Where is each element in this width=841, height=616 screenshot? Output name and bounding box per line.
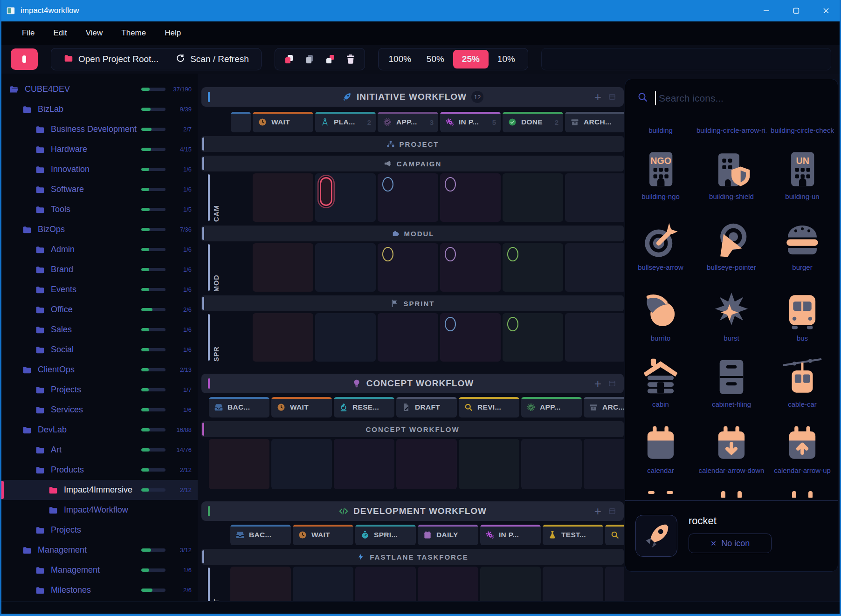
close-button[interactable] [811, 0, 841, 21]
column-inp[interactable]: IN P...5 [440, 112, 501, 132]
card-circle[interactable] [445, 247, 456, 261]
icon-cell-burst[interactable]: burst [696, 290, 767, 342]
sidebar-item-management[interactable]: Management1/6 [1, 560, 198, 580]
column-arc[interactable]: ARC... [584, 397, 624, 418]
menu-item-help[interactable]: Help [165, 28, 181, 38]
sidebar-item-projects[interactable]: Projects1/7 [1, 380, 198, 400]
column-spri[interactable]: SPRI... [355, 525, 416, 545]
column-revi[interactable]: REVI... [605, 525, 624, 545]
open-project-button[interactable]: Open Project Root... [55, 50, 167, 68]
column-spacer[interactable] [231, 112, 251, 132]
card-circle[interactable] [445, 317, 456, 331]
minimize-button[interactable] [751, 0, 781, 21]
sidebar-item-social[interactable]: Social1/6 [1, 340, 198, 360]
sidebar-item-innovation[interactable]: Innovation1/6 [1, 159, 198, 179]
column-bac[interactable]: BAC... [230, 525, 291, 545]
sidebar-item-products[interactable]: Products2/12 [1, 460, 198, 480]
sidebar-item-tools[interactable]: Tools1/5 [1, 199, 198, 219]
icon-cell-partial[interactable]: building [625, 124, 696, 134]
sidebar-item-services[interactable]: Services1/6 [1, 400, 198, 420]
sidebar-item-bizlab[interactable]: BizLab9/39 [1, 99, 198, 119]
icon-cell-burger[interactable]: burger [767, 219, 838, 271]
column-wait[interactable]: WAIT [253, 112, 313, 132]
menu-item-file[interactable]: File [22, 28, 34, 38]
column-revi[interactable]: REVI... [459, 397, 519, 418]
sidebar-item-brand[interactable]: Brand1/6 [1, 260, 198, 280]
zoom-button-10[interactable]: 10% [489, 50, 524, 68]
sidebar-item-projects[interactable]: Projects [1, 520, 198, 540]
view-cards-button[interactable] [608, 507, 616, 515]
duplicate-button[interactable] [320, 50, 340, 68]
menu-item-edit[interactable]: Edit [53, 28, 67, 38]
sidebar-item-office[interactable]: Office2/6 [1, 300, 198, 320]
column-app[interactable]: APP...3 [378, 112, 438, 132]
maximize-button[interactable] [781, 0, 811, 21]
view-cards-button[interactable] [608, 93, 616, 101]
search-input[interactable] [658, 92, 800, 104]
icon-cell-cabinet-filing[interactable]: cabinet-filing [696, 356, 767, 408]
paste-button[interactable] [299, 50, 320, 68]
sidebar-item-sales[interactable]: Sales1/6 [1, 320, 198, 340]
menu-item-view[interactable]: View [86, 28, 103, 38]
add-item-button[interactable]: + [594, 377, 601, 390]
column-daily[interactable]: DAILY [418, 525, 478, 545]
zoom-button-50[interactable]: 50% [418, 50, 453, 68]
card-circle[interactable] [382, 177, 393, 192]
sidebar-item-business-development[interactable]: Business Development2/7 [1, 119, 198, 139]
sidebar-item-clientops[interactable]: ClientOps2/13 [1, 360, 198, 380]
card-circle[interactable] [507, 317, 518, 331]
icon-cell-building-ngo[interactable]: NGObuilding-ngo [625, 148, 696, 200]
icon-cell-bus[interactable]: bus [767, 290, 838, 342]
view-cards-button[interactable] [608, 379, 616, 388]
column-wait[interactable]: WAIT [293, 525, 353, 545]
sidebar-item-hardware[interactable]: Hardware4/15 [1, 139, 198, 159]
sidebar-item-events[interactable]: Events1/6 [1, 280, 198, 300]
add-item-button[interactable]: + [594, 91, 601, 103]
icon-cell-partial[interactable]: building-circle-arrow-ri... [696, 124, 767, 134]
add-item-button[interactable]: + [594, 505, 601, 517]
sidebar-item-impact4workflow[interactable]: Impact4Workflow [1, 500, 198, 520]
icon-cell-bullseye-arrow[interactable]: bullseye-arrow [625, 219, 696, 271]
column-rese[interactable]: RESE... [334, 397, 394, 418]
icon-cell-burrito[interactable]: burrito [625, 290, 696, 342]
icon-cell-partial[interactable]: building-circle-check [767, 124, 838, 134]
sidebar-item-impact4immersive[interactable]: Impact4Immersive2/12 [1, 480, 198, 500]
column-done[interactable]: DONE2 [503, 112, 563, 132]
menu-item-theme[interactable]: Theme [121, 28, 146, 38]
column-draft[interactable]: DRAFT [396, 397, 457, 418]
delete-button[interactable] [340, 50, 361, 68]
copy-button[interactable] [279, 50, 299, 68]
sidebar-item-bizops[interactable]: BizOps7/36 [1, 219, 198, 240]
column-app[interactable]: APP... [521, 397, 582, 418]
scan-refresh-button[interactable]: Scan / Refresh [167, 50, 257, 68]
column-inp[interactable]: IN P... [480, 525, 541, 545]
card-circle[interactable] [507, 247, 518, 261]
column-bac[interactable]: BAC... [209, 397, 269, 418]
no-icon-button[interactable]: ✕ No icon [689, 534, 772, 553]
card-pill-selected[interactable] [320, 177, 332, 206]
column-wait[interactable]: WAIT [271, 397, 332, 418]
zoom-button-100[interactable]: 100% [382, 50, 418, 68]
icon-cell-building-un[interactable]: UNbuilding-un [767, 148, 838, 200]
icon-cell-cable-car[interactable]: cable-car [767, 356, 838, 408]
column-test[interactable]: TEST... [543, 525, 603, 545]
sidebar-item-art[interactable]: Art14/76 [1, 440, 198, 460]
sidebar-item-software[interactable]: Software1/6 [1, 179, 198, 199]
icon-cell-bullseye-pointer[interactable]: bullseye-pointer [696, 219, 767, 271]
icon-cell-building-shield[interactable]: building-shield [696, 148, 767, 200]
column-arch[interactable]: ARCH... [565, 112, 624, 132]
icon-cell-calendar-arrow-down[interactable]: calendar-arrow-down [696, 422, 767, 474]
icon-cell-cabin[interactable]: cabin [625, 356, 696, 408]
card-circle[interactable] [382, 247, 393, 261]
sidebar-item-management[interactable]: Management3/12 [1, 540, 198, 560]
sidebar-item-devlab[interactable]: DevLab16/88 [1, 420, 198, 440]
icon-cell-calendar[interactable]: calendar [625, 422, 696, 474]
sidebar-item-admin[interactable]: Admin1/6 [1, 240, 198, 260]
sidebar-item-cube4dev[interactable]: CUBE4DEV37/190 [1, 79, 198, 99]
card-circle[interactable] [445, 177, 456, 192]
icon-cell-calendar-arrow-up[interactable]: calendar-arrow-up [767, 422, 838, 474]
sidebar-item-milestones[interactable]: Milestones2/6 [1, 580, 198, 600]
column-pla[interactable]: PLA...2 [315, 112, 376, 132]
zoom-button-25[interactable]: 25% [453, 50, 489, 68]
app-accent-button[interactable] [11, 48, 38, 70]
